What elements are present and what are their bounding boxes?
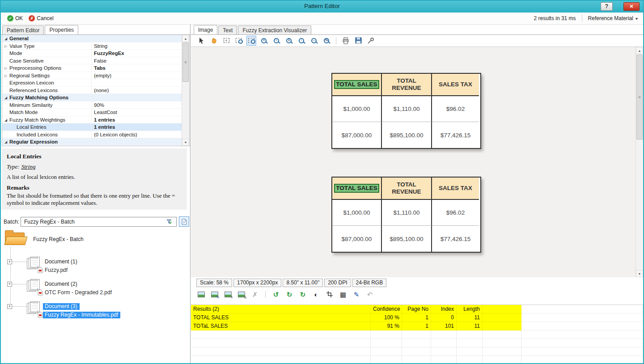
reference-material-button[interactable]: Reference Material ▾ bbox=[588, 15, 639, 21]
collapse-icon[interactable]: ◢ bbox=[2, 116, 9, 123]
result-row-length[interactable]: 11 bbox=[457, 313, 483, 322]
image-edit-icon[interactable]: ✎ bbox=[210, 289, 220, 299]
result-row-confidence[interactable]: 100 % bbox=[371, 313, 402, 322]
annotate-pen-icon[interactable]: ✎ bbox=[352, 289, 361, 299]
result-row-index[interactable]: 0 bbox=[431, 313, 457, 322]
tree-item-file[interactable]: OTC Form - Degraded 2.pdf bbox=[45, 289, 112, 296]
viewer-scrollbar[interactable]: ▲ ≡ ▼ bbox=[636, 47, 643, 277]
expand-plus-icon[interactable]: + bbox=[7, 259, 12, 264]
copy-table-icon[interactable]: ▦ bbox=[338, 289, 348, 299]
results-header-length[interactable]: Length bbox=[457, 305, 483, 313]
zoom-fit-width-icon[interactable]: ↔ bbox=[309, 36, 319, 46]
tab-text[interactable]: Text bbox=[218, 25, 237, 34]
property-row-referenced-lexicons[interactable]: Referenced Lexicons(none) bbox=[2, 87, 182, 94]
collapse-icon[interactable]: ◢ bbox=[2, 94, 9, 101]
zoom-out-icon[interactable]: − bbox=[271, 36, 281, 46]
filter-icon[interactable] bbox=[166, 219, 172, 224]
ok-button[interactable]: ✓ OK bbox=[5, 14, 25, 22]
scroll-thumb[interactable]: ≡ bbox=[636, 55, 643, 140]
delete-image-icon[interactable]: ✗ bbox=[250, 289, 260, 299]
rotate-right-icon[interactable]: ↻ bbox=[284, 289, 294, 299]
tree-item-title[interactable]: Document (3) bbox=[43, 303, 80, 310]
result-row-name[interactable]: TOTAL SALES bbox=[191, 313, 371, 322]
collapse-icon[interactable]: ◢ bbox=[2, 35, 9, 42]
scroll-thumb[interactable]: ≡ bbox=[182, 42, 189, 82]
tree-item-file[interactable]: Fuzzy RegEx - Immutables.pdf bbox=[43, 312, 120, 318]
result-row-length[interactable]: 11 bbox=[457, 322, 483, 330]
property-row-minimum-similarity[interactable]: Minimum Similarity90% bbox=[2, 102, 182, 109]
result-row-name[interactable]: TOTaL SALES bbox=[191, 322, 371, 330]
pan-tool-icon[interactable] bbox=[209, 36, 219, 46]
zoom-actual-size-icon[interactable]: 1 bbox=[284, 36, 294, 46]
tree-item-document-1[interactable]: + Document (1) Fuzzy.pdf bbox=[1, 256, 190, 279]
image-viewer[interactable]: TOTAL SALES TOTAL REVENUE SALES TAX $1,0… bbox=[191, 47, 643, 277]
results-header-page[interactable]: Page No bbox=[402, 305, 431, 313]
tab-properties[interactable]: Properties bbox=[45, 25, 78, 34]
refresh-page-icon[interactable]: ↻ bbox=[298, 289, 308, 299]
result-row-page[interactable]: 1 bbox=[402, 322, 431, 330]
property-group-regular-expression[interactable]: ◢Regular Expression bbox=[2, 138, 182, 146]
expand-icon[interactable]: ▷ bbox=[2, 64, 9, 72]
tree-item-title[interactable]: Document (1) bbox=[45, 258, 77, 265]
snippet-tool-icon[interactable]: + bbox=[221, 36, 231, 46]
property-row-mode[interactable]: ModeFuzzyRegEx bbox=[2, 50, 182, 57]
zoom-percent-icon[interactable]: % bbox=[322, 36, 331, 46]
results-header-name[interactable]: Results (2) bbox=[191, 305, 371, 313]
property-group-fuzzy-matching[interactable]: ◢Fuzzy Matching Options bbox=[2, 94, 182, 102]
result-row-index[interactable]: 101 bbox=[431, 322, 457, 330]
property-row-preprocessing[interactable]: ▷Preprocessing OptionsTabs bbox=[2, 64, 182, 72]
tab-image[interactable]: Image bbox=[194, 25, 217, 34]
scroll-up-icon[interactable]: ▲ bbox=[636, 47, 643, 54]
tree-item-document-3-selected[interactable]: + Document (3) Fuzzy RegEx - Immutables.… bbox=[1, 301, 190, 323]
property-row-match-mode[interactable]: Match ModeLeastCost bbox=[2, 109, 182, 116]
property-row-fuzzy-match-weightings[interactable]: ◢Fuzzy Match Weightings1 entries bbox=[2, 116, 182, 124]
results-header-confidence[interactable]: Confidence bbox=[371, 305, 402, 313]
scroll-down-icon[interactable]: ▼ bbox=[636, 270, 643, 277]
crop-icon[interactable] bbox=[325, 289, 335, 299]
result-row-confidence[interactable]: 91 % bbox=[371, 322, 402, 330]
results-header-index[interactable]: Index bbox=[431, 305, 457, 313]
contrast-icon[interactable]: ◐ bbox=[311, 289, 321, 299]
image-tools-icon[interactable] bbox=[366, 36, 376, 46]
expand-plus-icon[interactable]: + bbox=[7, 304, 12, 309]
view-document-button[interactable] bbox=[179, 216, 189, 227]
tree-item-document-2[interactable]: + Document (2) OTC Form - Degraded 2.pdf bbox=[1, 279, 190, 301]
select-tool-icon[interactable] bbox=[196, 36, 206, 46]
tree-item-file[interactable]: Fuzzy.pdf bbox=[45, 267, 68, 273]
zoom-window-icon[interactable] bbox=[246, 36, 256, 46]
tree-item-title[interactable]: Document (2) bbox=[45, 281, 77, 287]
property-row-included-lexicons[interactable]: Included Lexicons(0 Lexicon objects) bbox=[2, 131, 182, 139]
zoom-fit-page-icon[interactable]: ▫ bbox=[297, 36, 306, 46]
property-grid-scrollbar[interactable]: ▲ ≡ ▼ bbox=[182, 35, 189, 146]
folder-icon[interactable] bbox=[4, 230, 27, 245]
cancel-button[interactable]: ✗ Cancel bbox=[27, 14, 55, 22]
property-row-value-type[interactable]: ▷Value TypeString bbox=[2, 42, 182, 50]
image-open-icon[interactable] bbox=[196, 289, 206, 299]
zoom-region-icon[interactable] bbox=[234, 36, 244, 46]
result-row-page[interactable]: 1 bbox=[402, 313, 431, 322]
rotate-left-icon[interactable]: ↺ bbox=[271, 289, 281, 299]
help-button[interactable]: ? bbox=[601, 2, 613, 11]
zoom-in-icon[interactable]: + bbox=[259, 36, 269, 46]
tab-fuzzy-extraction-visualizer[interactable]: Fuzzy Extraction Visualizer bbox=[238, 25, 311, 34]
expand-icon[interactable]: ▷ bbox=[2, 72, 9, 79]
property-row-expression-lexicon[interactable]: Expression Lexicon bbox=[2, 79, 182, 87]
undo-icon[interactable]: ↶ bbox=[365, 289, 375, 299]
property-row-local-entries[interactable]: Local Entries1 entries bbox=[2, 123, 182, 131]
tree-root-label[interactable]: Fuzzy RegEx - Batch bbox=[33, 236, 84, 242]
batch-combobox[interactable]: Fuzzy RegEx - Batch bbox=[21, 217, 177, 227]
scroll-down-icon[interactable]: ▼ bbox=[182, 139, 189, 146]
image-adjust-icon[interactable]: ≡ bbox=[237, 289, 246, 299]
expand-icon[interactable]: ▷ bbox=[2, 42, 9, 50]
image-inspect-icon[interactable]: + bbox=[223, 289, 233, 299]
property-row-case-sensitive[interactable]: Case SensitiveFalse bbox=[2, 57, 182, 65]
save-image-icon[interactable] bbox=[353, 36, 363, 46]
print-icon[interactable] bbox=[341, 36, 351, 46]
property-row-regional-settings[interactable]: ▷Regional Settings(empty) bbox=[2, 72, 182, 80]
property-group-general[interactable]: ◢General bbox=[2, 35, 182, 42]
scroll-up-icon[interactable]: ▲ bbox=[182, 35, 189, 42]
collapse-icon[interactable]: ◢ bbox=[2, 138, 9, 145]
close-button[interactable]: ✕ bbox=[623, 2, 640, 11]
expand-plus-icon[interactable]: + bbox=[7, 282, 12, 287]
tab-pattern-editor[interactable]: Pattern Editor bbox=[2, 25, 44, 34]
